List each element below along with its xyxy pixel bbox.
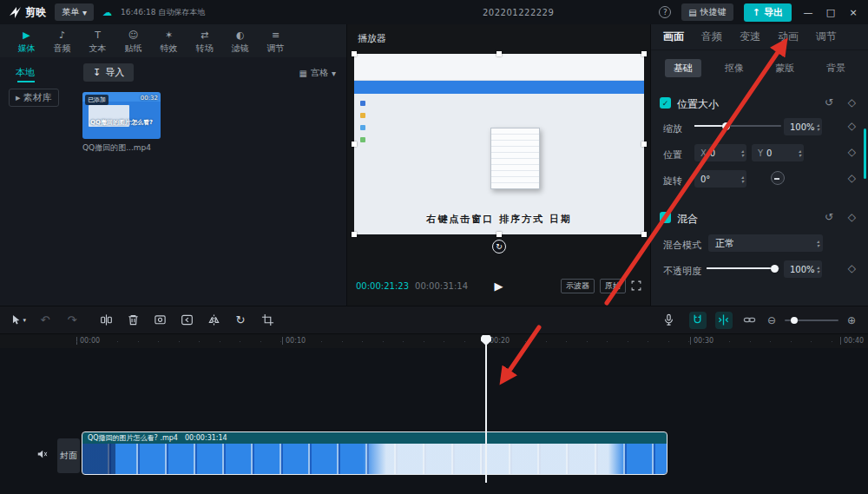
library-nav-material[interactable]: ▸ 素材库 — [9, 89, 59, 107]
transform-handle[interactable] — [641, 232, 647, 237]
crop-tool[interactable] — [260, 313, 275, 327]
zoom-out-icon[interactable]: ⊖ — [767, 314, 776, 326]
tab-filters[interactable]: ◐ 滤镜 — [222, 27, 258, 57]
subtab-basic[interactable]: 基础 — [665, 59, 701, 77]
linkage-toggle[interactable] — [741, 312, 759, 329]
desktop-icon — [360, 137, 365, 142]
cover-button[interactable]: 封面 — [57, 438, 80, 473]
transform-handle[interactable] — [641, 142, 647, 147]
reset-icon[interactable]: ↺ — [825, 97, 833, 109]
tab-adjust[interactable]: ≡ 调节 — [258, 27, 293, 57]
tab-audio[interactable]: ♪ 音频 — [44, 27, 80, 57]
timeline-zoom-slider[interactable] — [785, 316, 838, 325]
tab-adjust-props[interactable]: 调节 — [816, 30, 837, 44]
split-tool[interactable] — [98, 313, 114, 327]
undo-button[interactable]: ↶ — [37, 313, 53, 327]
subtab-cutout[interactable]: 抠像 — [716, 59, 753, 77]
zoom-slider-track[interactable] — [785, 319, 838, 321]
menu-button[interactable]: 菜单 ▾ — [55, 3, 94, 21]
transform-handle[interactable] — [352, 142, 357, 147]
maximize-button[interactable]: □ — [825, 7, 837, 18]
step-down-icon[interactable]: ▾ — [741, 179, 744, 183]
reverse-tool[interactable] — [179, 313, 194, 327]
scale-value-input[interactable]: 100% ▴▾ — [784, 118, 822, 135]
scale-slider-track[interactable] — [694, 125, 781, 127]
keyframe-icon[interactable]: ◇ — [848, 121, 856, 132]
keyframe-icon[interactable]: ◇ — [848, 263, 856, 274]
shortcuts-button[interactable]: ▤ 快捷键 — [681, 3, 733, 21]
record-audio-button[interactable] — [661, 313, 677, 327]
position-y-input[interactable]: Y0 ▴▾ — [752, 144, 804, 161]
reset-icon[interactable]: ↺ — [825, 212, 833, 223]
rotate-handle[interactable]: ↻ — [492, 240, 506, 254]
step-down-icon[interactable]: ▾ — [817, 269, 819, 273]
play-button[interactable]: ▶ — [495, 280, 503, 293]
opacity-slider-handle[interactable] — [771, 265, 779, 273]
export-button[interactable]: ↑ 导出 — [744, 3, 792, 22]
delete-tool[interactable] — [125, 313, 141, 327]
mirror-tool[interactable] — [206, 313, 221, 327]
opacity-value-input[interactable]: 100% ▴▾ — [784, 260, 822, 278]
minimize-button[interactable]: — — [802, 7, 814, 18]
transform-handle[interactable] — [352, 232, 357, 237]
transform-handle[interactable] — [352, 51, 357, 56]
step-down-icon[interactable]: ▾ — [741, 153, 744, 157]
keyframe-icon[interactable]: ◇ — [848, 97, 856, 109]
zoom-in-icon[interactable]: ⊕ — [847, 314, 856, 326]
main-track-magnet-toggle[interactable] — [689, 312, 707, 329]
rotate-tool[interactable]: ↻ — [233, 313, 248, 327]
fullscreen-icon[interactable] — [631, 280, 641, 291]
scale-slider[interactable] — [694, 122, 781, 130]
close-button[interactable]: × — [847, 7, 859, 18]
help-icon[interactable]: ? — [659, 6, 671, 18]
keyframe-icon[interactable]: ◇ — [848, 147, 856, 158]
subtab-background[interactable]: 背景 — [818, 59, 854, 77]
transform-handle[interactable] — [496, 232, 502, 237]
media-card[interactable]: 已添加 00:32 QQ撤回的图片怎么看? QQ撤回的图...mp4 — [82, 92, 161, 154]
player-preview[interactable]: 右键点击窗口 排序方式 日期 ↻ — [354, 54, 644, 234]
transform-handle[interactable] — [641, 51, 647, 56]
subtab-mask[interactable]: 蒙版 — [766, 59, 803, 77]
view-mode-select[interactable]: ▦ 宫格 ▾ — [299, 67, 336, 79]
ratio-button[interactable]: 原始 — [600, 279, 626, 293]
clip-duration: 00:00:31:14 — [185, 434, 227, 442]
tab-sticker[interactable]: ☺ 贴纸 — [115, 27, 151, 57]
step-down-icon[interactable]: ▾ — [817, 127, 819, 131]
tab-text[interactable]: T 文本 — [80, 27, 115, 57]
select-tool[interactable]: ▾ — [10, 313, 26, 327]
blend-checkbox[interactable]: ✓ — [660, 212, 671, 223]
opacity-slider-track[interactable] — [707, 267, 779, 269]
keyframe-icon[interactable]: ◇ — [848, 173, 856, 184]
auto-snap-toggle[interactable] — [715, 312, 733, 329]
tab-transitions[interactable]: ⇄ 转场 — [187, 27, 222, 57]
tab-effects[interactable]: ✶ 特效 — [151, 27, 187, 57]
mute-original-sound-icon[interactable] — [36, 447, 49, 464]
freeze-frame-tool[interactable] — [152, 313, 168, 327]
timeline-tracks[interactable]: 封面 QQ撤回的图片怎么看? .mp4 00:00:31:14 — [0, 348, 868, 494]
library-nav-local[interactable]: 本地 — [16, 66, 35, 79]
tab-animation[interactable]: 动画 — [778, 30, 799, 44]
redo-button[interactable]: ↷ — [64, 313, 80, 327]
tab-audio-props[interactable]: 音频 — [701, 30, 722, 44]
rotation-knob[interactable] — [771, 171, 785, 185]
import-button[interactable]: ↧ 导入 — [83, 63, 134, 82]
rotate-value-input[interactable]: 0° ▴▾ — [694, 170, 746, 188]
tab-speed[interactable]: 变速 — [740, 30, 760, 44]
video-subtitle: 右键点击窗口 排序方式 日期 — [354, 213, 644, 226]
playhead-line[interactable] — [485, 335, 487, 483]
tab-media[interactable]: ▶ 媒体 — [9, 27, 44, 57]
position-x-input[interactable]: X0 ▴▾ — [694, 144, 746, 161]
panel-scrollbar[interactable] — [864, 128, 866, 179]
tab-picture[interactable]: 画面 — [663, 30, 684, 44]
blend-mode-select[interactable]: 正常 ▴▾ — [708, 234, 823, 252]
position-size-checkbox[interactable]: ✓ — [660, 97, 671, 109]
keyframe-icon[interactable]: ◇ — [848, 212, 856, 223]
step-down-icon[interactable]: ▾ — [799, 153, 801, 157]
scope-button[interactable]: 示波器 — [561, 279, 595, 293]
opacity-slider[interactable] — [707, 264, 779, 273]
scale-slider-handle[interactable] — [722, 122, 730, 130]
video-clip[interactable]: QQ撤回的图片怎么看? .mp4 00:00:31:14 — [82, 432, 667, 474]
zoom-slider-handle[interactable] — [791, 317, 798, 324]
transform-handle[interactable] — [496, 51, 502, 56]
timeline-ruler[interactable]: 00:00 00:10 00:20 00:30 00:40 — [0, 334, 868, 348]
